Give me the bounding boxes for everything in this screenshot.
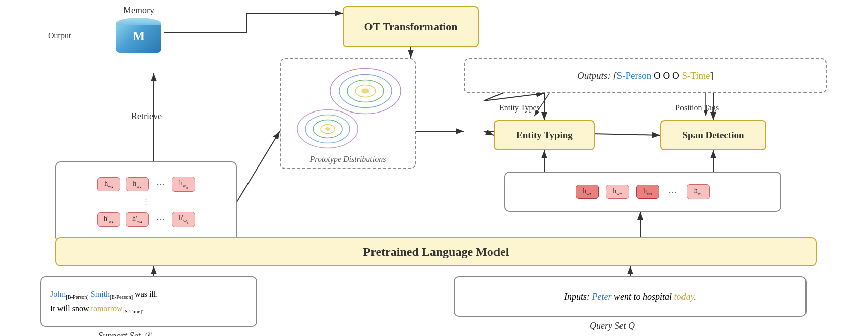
outputs-prefix: Outputs: [ bbox=[577, 70, 617, 81]
hwn-badge: hwn bbox=[172, 177, 195, 192]
memory-cylinder: M bbox=[116, 18, 161, 53]
ot-transformation-label: OT Transformation bbox=[364, 20, 457, 33]
support-vectors-box: hw₁ hw₂ ⋯ hwn ⋮ h'w₁ h'w₂ ⋯ h'wn bbox=[55, 161, 237, 242]
support-set-line2: It will snow tomorrow[S-Time]. bbox=[50, 302, 144, 316]
support-vector-row-1: hw₁ hw₂ ⋯ hwn bbox=[97, 177, 195, 192]
entity-types-label: Entity Types bbox=[499, 103, 540, 113]
prototype-distributions-label: Prototype Distributions bbox=[310, 155, 386, 164]
support-tomorrow-tag: [S-Time] bbox=[123, 309, 142, 314]
qhwn-badge: hwn bbox=[687, 184, 710, 199]
cylinder-m-symbol: M bbox=[116, 29, 161, 44]
entity-typing-box: Entity Typing bbox=[494, 120, 595, 150]
query-mid: went to hospital bbox=[611, 292, 674, 302]
hw1-badge: hw₁ bbox=[97, 177, 120, 191]
memory-label: Memory bbox=[116, 5, 161, 16]
query-period: . bbox=[694, 292, 697, 302]
support-smith: Smith bbox=[91, 290, 110, 298]
outputs-s-time: S-Time bbox=[681, 70, 710, 81]
outputs-middle: O O O bbox=[651, 70, 681, 81]
support-set-box: John[B-Person] Smith[E-Person] was ill. … bbox=[40, 276, 257, 327]
outputs-suffix: ] bbox=[710, 70, 713, 81]
qhw3-badge: hw₃ bbox=[636, 185, 659, 199]
query-set-box: Inputs: Peter went to hospital today. bbox=[454, 276, 807, 317]
diagram: Memory M Output OT Transformation Retrie… bbox=[0, 0, 868, 336]
qhw1-badge: hw₁ bbox=[576, 185, 599, 199]
support-period: . bbox=[142, 304, 144, 313]
svg-point-17 bbox=[361, 89, 369, 94]
outputs-box: Outputs: [S-Person O O O S-Time] bbox=[464, 58, 827, 93]
retrieve-label: Retrieve bbox=[131, 111, 162, 122]
prototype-distributions-svg bbox=[287, 62, 408, 153]
query-set-label: Query Set Q bbox=[590, 321, 635, 331]
outputs-s-person: S-Person bbox=[617, 70, 652, 81]
output-label: Output bbox=[48, 31, 71, 40]
support-smith-tag: [E-Person] bbox=[110, 294, 133, 300]
position-tags-label: Position Tags bbox=[675, 103, 719, 113]
qdots: ⋯ bbox=[668, 186, 677, 197]
query-set-text: Inputs: Peter went to hospital today. bbox=[564, 292, 696, 302]
support-set-label: Support Set 𝒮 bbox=[98, 331, 149, 336]
support-vector-row-prime: h'w₁ h'w₂ ⋯ h'wn bbox=[97, 212, 195, 227]
hw1p-badge: h'w₁ bbox=[97, 212, 120, 227]
query-vectors-box: hw₁ hw₂ hw₃ ⋯ hwn bbox=[504, 172, 781, 212]
prototype-distributions-box: Prototype Distributions bbox=[280, 58, 416, 169]
hwnp-badge: h'wn bbox=[172, 212, 195, 227]
plm-label: Pretrained Language Model bbox=[363, 245, 509, 259]
plm-bar: Pretrained Language Model bbox=[55, 237, 817, 266]
qhw2-badge: hw₂ bbox=[606, 185, 629, 199]
svg-line-3 bbox=[237, 131, 280, 202]
ot-transformation-box: OT Transformation bbox=[343, 6, 479, 47]
svg-point-22 bbox=[325, 127, 330, 131]
memory-area: Memory M bbox=[116, 5, 161, 53]
dots-1: ⋯ bbox=[156, 179, 165, 190]
entity-typing-label: Entity Typing bbox=[516, 130, 573, 141]
query-today: today bbox=[674, 292, 694, 302]
inputs-label: Inputs bbox=[564, 292, 587, 302]
dots-2: ⋯ bbox=[156, 214, 165, 225]
support-tomorrow: tomorrow bbox=[91, 304, 122, 313]
support-john: John bbox=[50, 290, 66, 298]
support-set-line1: John[B-Person] Smith[E-Person] was ill. bbox=[50, 287, 158, 302]
support-vector-row-2: ⋮ bbox=[143, 198, 150, 206]
span-detection-box: Span Detection bbox=[660, 120, 766, 150]
support-line2-start: It will snow bbox=[50, 304, 91, 313]
support-john-tag: [B-Person] bbox=[66, 294, 89, 300]
outputs-text: Outputs: [S-Person O O O S-Time] bbox=[577, 70, 713, 81]
hw2-badge: hw₂ bbox=[126, 177, 149, 191]
query-peter: Peter bbox=[592, 292, 612, 302]
support-line1-rest: was ill. bbox=[135, 290, 158, 298]
span-detection-label: Span Detection bbox=[683, 130, 745, 141]
hw2p-badge: h'w₂ bbox=[126, 212, 149, 227]
